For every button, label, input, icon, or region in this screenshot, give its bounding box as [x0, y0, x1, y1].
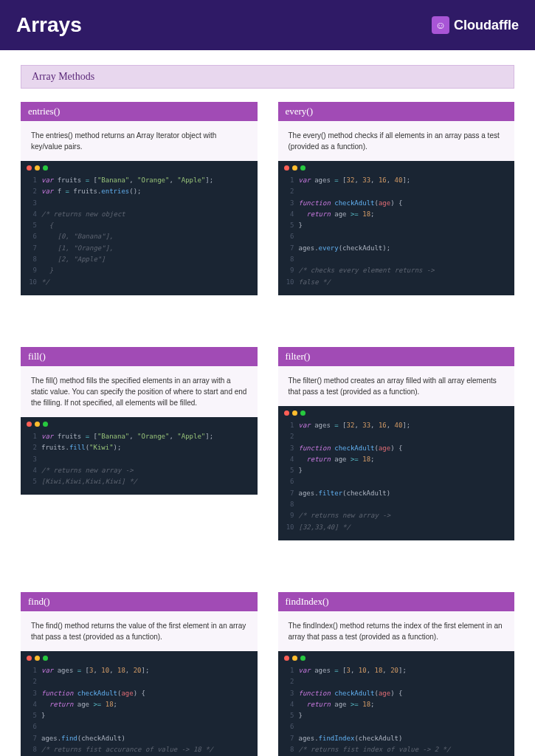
- section-header: Array Methods: [21, 65, 514, 89]
- code-content: 1var ages = [32, 33, 16, 40];23function …: [278, 417, 515, 540]
- cards-grid: entries()The entries() method returns an…: [21, 102, 514, 756]
- method-card: entries()The entries() method returns an…: [21, 102, 258, 295]
- window-dot-g: [300, 656, 306, 661]
- code-content: 1var fruits = ["Banana", "Orange", "Appl…: [21, 428, 258, 495]
- window-dot-y: [292, 656, 297, 661]
- window-dots: [21, 651, 258, 662]
- window-dot-g: [43, 656, 48, 661]
- card-description: The every() method checks if all element…: [278, 121, 515, 161]
- window-dot-r: [27, 422, 32, 427]
- code-block: 1var ages = [32, 33, 16, 40];23function …: [278, 406, 515, 540]
- window-dot-y: [35, 656, 40, 661]
- window-dot-g: [43, 422, 48, 427]
- code-block: 1var ages = [3, 10, 18, 20];23function c…: [278, 651, 515, 756]
- window-dots: [278, 651, 515, 662]
- method-card: fill()The fill() method fills the specif…: [21, 347, 258, 540]
- window-dot-g: [43, 165, 48, 171]
- code-block: 1var fruits = ["Banana", "Orange", "Appl…: [21, 417, 258, 495]
- code-content: 1var ages = [3, 10, 18, 20];23function c…: [21, 662, 258, 756]
- brand-icon: ☺: [432, 16, 449, 34]
- header-bar: Arrays ☺ Cloudaffle: [0, 0, 535, 50]
- window-dots: [21, 161, 258, 172]
- method-card: filter()The filter() method creates an a…: [278, 347, 515, 540]
- window-dot-r: [284, 656, 289, 661]
- code-block: 1var ages = [3, 10, 18, 20];23function c…: [21, 651, 258, 756]
- card-description: The filter() method creates an array fil…: [278, 366, 515, 406]
- window-dot-y: [292, 410, 297, 416]
- window-dots: [21, 417, 258, 428]
- card-description: The find() method returns the value of t…: [21, 611, 258, 651]
- card-title: filter(): [278, 347, 515, 366]
- card-description: The findIndex() method returns the index…: [278, 611, 515, 651]
- card-title: find(): [21, 592, 258, 611]
- window-dot-y: [35, 165, 40, 171]
- window-dot-y: [35, 422, 40, 427]
- window-dot-g: [300, 410, 306, 416]
- window-dot-y: [292, 165, 297, 171]
- card-title: fill(): [21, 347, 258, 366]
- window-dot-g: [300, 165, 306, 171]
- code-block: 1var ages = [32, 33, 16, 40];23function …: [278, 161, 515, 295]
- window-dots: [278, 406, 515, 417]
- code-content: 1var ages = [32, 33, 16, 40];23function …: [278, 172, 515, 295]
- method-card: findIndex()The findIndex() method return…: [278, 592, 515, 756]
- code-block: 1var fruits = ["Banana", "Orange", "Appl…: [21, 161, 258, 295]
- window-dot-r: [284, 165, 289, 171]
- card-title: entries(): [21, 102, 258, 121]
- window-dots: [278, 161, 515, 172]
- card-title: every(): [278, 102, 515, 121]
- window-dot-r: [284, 410, 289, 416]
- code-content: 1var ages = [3, 10, 18, 20];23function c…: [278, 662, 515, 756]
- card-title: findIndex(): [278, 592, 515, 611]
- brand-name: Cloudaffle: [454, 18, 519, 33]
- method-card: every()The every() method checks if all …: [278, 102, 515, 295]
- brand: ☺ Cloudaffle: [432, 16, 519, 34]
- window-dot-r: [27, 656, 32, 661]
- page-content: Array Methods entries()The entries() met…: [0, 50, 535, 756]
- card-description: The entries() method returns an Array It…: [21, 121, 258, 161]
- window-dot-r: [27, 165, 32, 171]
- page-title: Arrays: [16, 13, 82, 37]
- method-card: find()The find() method returns the valu…: [21, 592, 258, 756]
- code-content: 1var fruits = ["Banana", "Orange", "Appl…: [21, 172, 258, 295]
- card-description: The fill() method fills the specified el…: [21, 366, 258, 417]
